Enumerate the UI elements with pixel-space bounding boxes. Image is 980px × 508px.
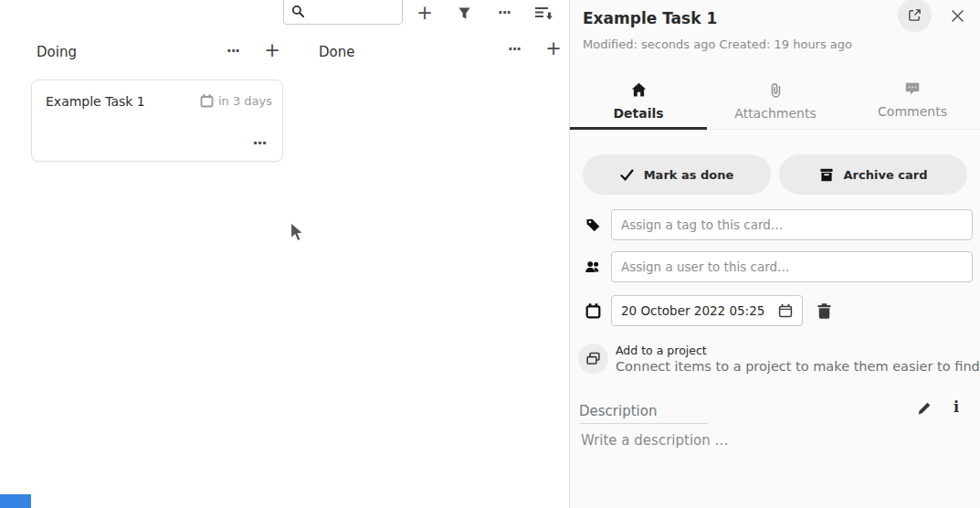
- search-icon: [291, 5, 305, 18]
- mark-as-done-label: Mark as done: [644, 168, 734, 182]
- mouse-cursor: [290, 221, 305, 245]
- add-to-project-button[interactable]: [578, 344, 608, 374]
- assign-tag-input[interactable]: [611, 209, 973, 240]
- ellipsis-icon: ···: [252, 136, 266, 151]
- add-to-project-subtitle: Connect items to a project to make them …: [616, 359, 980, 374]
- column-doing-menu-button[interactable]: ···: [223, 42, 243, 60]
- due-date-field[interactable]: 20 October 2022 05:25: [611, 295, 803, 326]
- archive-icon: [819, 168, 834, 182]
- selection-rectangle: [0, 494, 31, 508]
- column-done-add-button[interactable]: +: [543, 37, 564, 59]
- ellipsis-icon: ···: [227, 45, 239, 58]
- sort-list-icon: [534, 5, 553, 21]
- sort-button[interactable]: [533, 4, 553, 22]
- tab-attachments-label: Attachments: [734, 106, 816, 121]
- trash-icon: [817, 303, 831, 319]
- card-title: Example Task 1: [46, 94, 145, 109]
- filter-icon: [458, 6, 471, 20]
- comment-icon: [905, 82, 920, 96]
- archive-card-label: Archive card: [844, 168, 928, 182]
- add-card-button[interactable]: +: [415, 2, 435, 24]
- description-placeholder[interactable]: Write a description …: [581, 432, 729, 449]
- due-date-value: 20 October 2022 05:25: [621, 303, 778, 318]
- tab-details-label: Details: [613, 106, 663, 121]
- edit-description-button[interactable]: [916, 400, 933, 417]
- panel-title: Example Task 1: [583, 9, 717, 27]
- search-input[interactable]: [310, 3, 397, 21]
- tag-icon: [584, 216, 602, 234]
- tab-comments-label: Comments: [878, 104, 947, 119]
- panel-meta: Modified: seconds ago Created: 19 hours …: [583, 37, 852, 51]
- home-icon: [631, 82, 647, 98]
- project-windows-icon: [585, 351, 601, 366]
- board-area: + ··· Doing ··· + Done: [0, 0, 569, 508]
- pencil-icon: [917, 401, 932, 416]
- task-card[interactable]: Example Task 1 in 3 days ···: [31, 79, 283, 162]
- kanban-app: + ··· Doing ··· + Done: [0, 0, 980, 508]
- add-to-project-title: Add to a project: [616, 344, 707, 357]
- description-label: Description: [579, 403, 657, 419]
- search-box[interactable]: [283, 0, 403, 25]
- card-menu-button[interactable]: ···: [249, 135, 269, 152]
- column-title-doing: Doing: [37, 44, 77, 60]
- remove-due-date-button[interactable]: [815, 302, 833, 320]
- popout-icon: [908, 8, 922, 22]
- plus-icon: +: [264, 41, 280, 60]
- assign-user-input[interactable]: [611, 251, 973, 282]
- column-title-done: Done: [319, 44, 354, 60]
- ellipsis-icon: ···: [508, 43, 521, 57]
- column-doing-add-button[interactable]: +: [262, 39, 282, 61]
- close-icon: [952, 10, 964, 22]
- tab-attachments[interactable]: Attachments: [707, 77, 844, 129]
- mark-as-done-button[interactable]: Mark as done: [583, 154, 771, 195]
- check-icon: [620, 169, 634, 181]
- archive-card-button[interactable]: Archive card: [779, 154, 967, 195]
- popout-button[interactable]: [898, 0, 932, 32]
- filter-button[interactable]: [456, 5, 472, 21]
- column-done-menu-button[interactable]: ···: [504, 40, 524, 58]
- description-info-button[interactable]: i: [954, 398, 959, 416]
- paperclip-icon: [769, 82, 783, 98]
- card-detail-panel: Example Task 1 Modified: seconds ago Cre…: [569, 0, 980, 508]
- ellipsis-icon: ···: [498, 6, 511, 20]
- calendar-icon: [200, 94, 214, 108]
- close-panel-button[interactable]: [950, 8, 964, 23]
- users-icon: [583, 259, 603, 275]
- plus-icon: +: [416, 4, 433, 23]
- calendar-picker-icon[interactable]: [778, 303, 793, 318]
- tab-details[interactable]: Details: [570, 77, 707, 129]
- card-due-label: in 3 days: [218, 94, 272, 108]
- plus-icon: +: [545, 39, 562, 58]
- board-menu-button[interactable]: ···: [494, 3, 514, 23]
- calendar-icon: [584, 302, 602, 320]
- description-divider: [579, 423, 708, 424]
- tab-bar: Details Attachments Comments: [570, 77, 980, 130]
- card-due-date: in 3 days: [200, 94, 272, 108]
- tab-comments[interactable]: Comments: [844, 77, 980, 129]
